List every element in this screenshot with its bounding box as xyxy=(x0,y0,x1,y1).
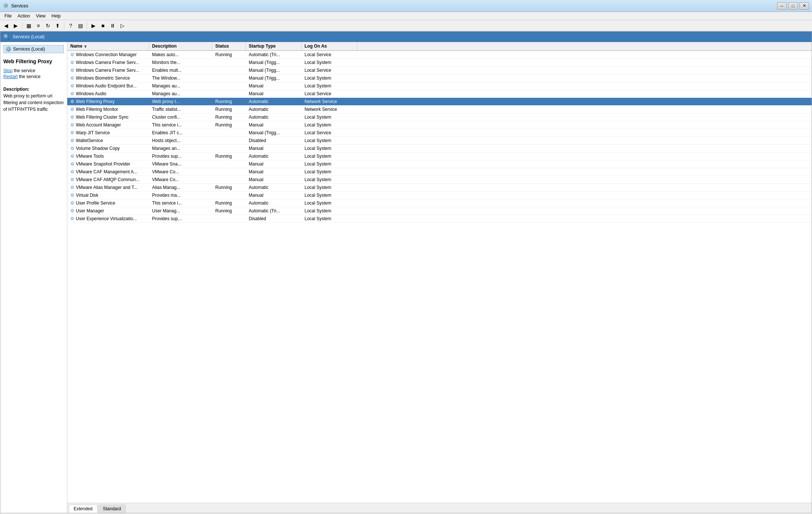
stop-link-text[interactable]: Stop xyxy=(3,68,13,73)
service-startup-cell: Manual xyxy=(246,192,302,199)
service-status-cell xyxy=(212,129,246,136)
stop-button[interactable]: ■ xyxy=(99,21,107,30)
table-row[interactable]: ⚙Windows Connection ManagerMakes auto...… xyxy=(67,51,812,59)
resume-button[interactable]: ▷ xyxy=(118,21,127,30)
service-gear-icon: ⚙ xyxy=(70,138,74,143)
menu-file[interactable]: File xyxy=(1,13,14,19)
service-desc-cell: Provides ma... xyxy=(149,192,212,199)
menu-help[interactable]: Help xyxy=(49,13,64,19)
table-row[interactable]: ⚙Virtual DiskProvides ma...ManualLocal S… xyxy=(67,192,812,199)
table-row[interactable]: ⚙Windows Camera Frame Serv...Enables mul… xyxy=(67,67,812,74)
table-row[interactable]: ⚙Volume Shadow CopyManages an...ManualLo… xyxy=(67,145,812,152)
service-gear-icon: ⚙ xyxy=(70,177,74,182)
service-startup-cell: Automatic xyxy=(246,184,302,191)
table-row[interactable]: ⚙Web Filtering ProxyWeb proxy t...Runnin… xyxy=(67,98,812,106)
col-logon[interactable]: Log On As xyxy=(302,42,357,50)
close-button[interactable]: ✕ xyxy=(799,2,809,10)
service-name-cell: ⚙Web Account Manager xyxy=(67,121,149,129)
table-row[interactable]: ⚙User Experience Virtualizatio...Provide… xyxy=(67,215,812,223)
table-row[interactable]: ⚙Windows AudioManages au...ManualLocal S… xyxy=(67,90,812,98)
table-row[interactable]: ⚙Web Account ManagerThis service i...Run… xyxy=(67,121,812,129)
table-row[interactable]: ⚙User Profile ServiceThis service i...Ru… xyxy=(67,199,812,207)
play-button[interactable]: ▶ xyxy=(89,21,98,30)
help-button[interactable]: ? xyxy=(66,21,75,30)
table-row[interactable]: ⚙Windows Audio Endpoint Bui...Manages au… xyxy=(67,82,812,90)
table-row[interactable]: ⚙VMware Snapshot ProviderVMware Sna...Ma… xyxy=(67,160,812,168)
refresh-button[interactable]: ↻ xyxy=(44,21,52,30)
service-startup-cell: Automatic xyxy=(246,113,302,121)
table-row[interactable]: ⚙User ManagerUser Manag...RunningAutomat… xyxy=(67,207,812,215)
col-name[interactable]: Name ∨ xyxy=(67,42,149,50)
service-status-cell: Running xyxy=(212,199,246,207)
table-row[interactable]: ⚙VMware CAF Management A...VMware Co...M… xyxy=(67,168,812,176)
col-startup[interactable]: Startup Type xyxy=(246,42,302,50)
service-desc-cell: Provides sup... xyxy=(149,215,212,222)
service-startup-cell: Manual xyxy=(246,168,302,176)
service-name-cell: ⚙VMware Alias Manager and T... xyxy=(67,184,149,191)
show-hide-button[interactable]: ▦ xyxy=(24,21,33,30)
forward-button[interactable]: ▶ xyxy=(11,21,20,30)
content-area: ⚙️ Services (Local) Web Filtering Proxy … xyxy=(0,42,812,513)
export-button[interactable]: ⬆ xyxy=(53,21,62,30)
table-row[interactable]: ⚙Web Filtering MonitorTraffic statist...… xyxy=(67,106,812,113)
service-logon-cell: Local System xyxy=(302,199,357,207)
left-panel: ⚙️ Services (Local) Web Filtering Proxy … xyxy=(0,42,67,513)
right-panel: Name ∨ Description Status Startup Type L… xyxy=(67,42,812,513)
toolbar-sep-2 xyxy=(64,22,64,29)
minimize-button[interactable]: ─ xyxy=(777,2,787,10)
stop-service-link[interactable]: Stop the service xyxy=(3,68,64,73)
service-status-cell xyxy=(212,82,246,90)
service-status-cell xyxy=(212,90,246,97)
service-name-text: User Profile Service xyxy=(76,200,115,206)
service-logon-cell: Local System xyxy=(302,160,357,168)
col-status[interactable]: Status xyxy=(212,42,246,50)
main-container: 🔍 Services (Local) ⚙️ Services (Local) W… xyxy=(0,31,812,513)
service-gear-icon: ⚙ xyxy=(70,107,74,112)
table-row[interactable]: ⚙WalletServiceHosts object...DisabledLoc… xyxy=(67,137,812,145)
service-desc-cell: Web proxy t... xyxy=(149,98,212,105)
service-desc-cell: VMware Co... xyxy=(149,176,212,183)
service-startup-cell: Manual xyxy=(246,160,302,168)
restart-link-text[interactable]: Restart xyxy=(3,74,18,79)
view-button[interactable]: ▤ xyxy=(76,21,85,30)
menu-view[interactable]: View xyxy=(33,13,49,19)
service-name-text: VMware Alias Manager and T... xyxy=(76,185,138,190)
service-gear-icon: ⚙ xyxy=(70,185,74,190)
service-name-text: Windows Connection Manager xyxy=(76,52,136,57)
left-panel-nav[interactable]: ⚙️ Services (Local) xyxy=(3,45,64,53)
service-desc-cell: Manages au... xyxy=(149,82,212,90)
app-icon: ⚙️ xyxy=(3,3,9,9)
toolbar-sep-3 xyxy=(87,22,87,29)
service-gear-icon: ⚙ xyxy=(70,91,74,96)
table-row[interactable]: ⚙VMware CAF AMQP Commun...VMware Co...Ma… xyxy=(67,176,812,184)
table-row[interactable]: ⚙Warp JIT ServiceEnables JIT c...Manual … xyxy=(67,129,812,137)
service-name-cell: ⚙Windows Audio xyxy=(67,90,149,97)
service-desc-cell: VMware Co... xyxy=(149,168,212,176)
service-startup-cell: Manual xyxy=(246,82,302,90)
tab-standard[interactable]: Standard xyxy=(98,505,126,513)
service-status-cell xyxy=(212,168,246,176)
service-name-cell: ⚙User Experience Virtualizatio... xyxy=(67,215,149,222)
table-body: ⚙Windows Connection ManagerMakes auto...… xyxy=(67,51,812,503)
properties-button[interactable]: ≡ xyxy=(34,21,43,30)
service-name-text: User Experience Virtualizatio... xyxy=(76,216,137,221)
service-startup-cell: Automatic xyxy=(246,152,302,160)
col-description[interactable]: Description xyxy=(149,42,212,50)
table-row[interactable]: ⚙Windows Camera Frame Serv...Monitors th… xyxy=(67,59,812,67)
service-logon-cell: Local System xyxy=(302,215,357,222)
service-gear-icon: ⚙ xyxy=(70,83,74,89)
back-button[interactable]: ◀ xyxy=(1,21,10,30)
menu-action[interactable]: Action xyxy=(14,13,33,19)
maximize-button[interactable]: □ xyxy=(788,2,798,10)
service-name-cell: ⚙User Profile Service xyxy=(67,199,149,207)
service-status-cell: Running xyxy=(212,106,246,113)
service-desc-cell: Traffic statist... xyxy=(149,106,212,113)
tab-extended[interactable]: Extended xyxy=(69,505,97,513)
table-row[interactable]: ⚙VMware Alias Manager and T...Alias Mana… xyxy=(67,184,812,192)
table-row[interactable]: ⚙VMware ToolsProvides sup...RunningAutom… xyxy=(67,152,812,160)
table-row[interactable]: ⚙Web Filtering Cluster SyncCluster confi… xyxy=(67,113,812,121)
pause-button[interactable]: ⏸ xyxy=(108,21,117,30)
table-row[interactable]: ⚙Windows Biometric ServiceThe Window...M… xyxy=(67,74,812,82)
restart-service-link[interactable]: Restart the service xyxy=(3,74,64,79)
service-logon-cell: Local System xyxy=(302,145,357,152)
